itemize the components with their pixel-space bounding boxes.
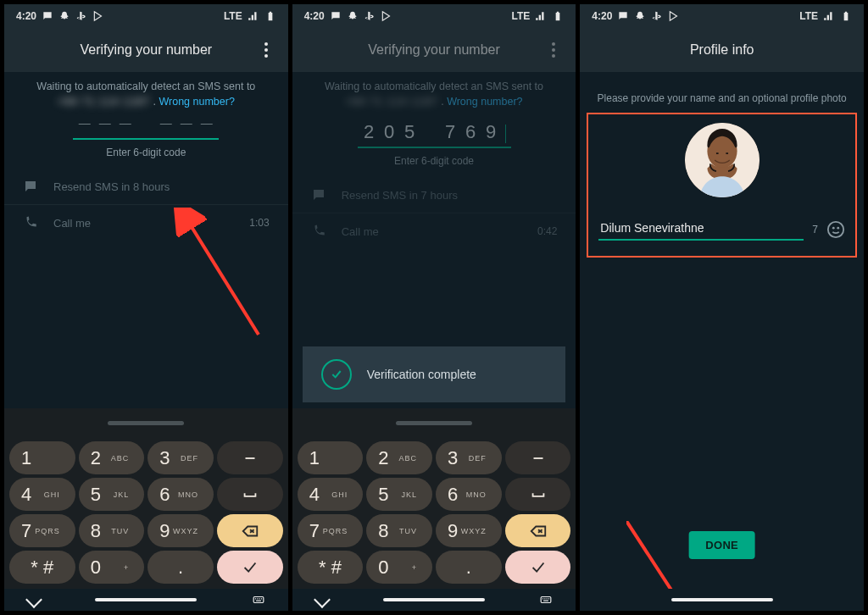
nav-keyboard-icon[interactable] [540, 594, 552, 606]
phone-screen-verify-complete: 4:20 LTE Verifying your number Waiting t… [292, 4, 576, 611]
key-6[interactable]: 6MNO [147, 478, 214, 511]
done-button[interactable]: DONE [688, 531, 755, 559]
svg-rect-5 [255, 598, 256, 599]
verification-complete-toast: Verification complete [303, 346, 566, 402]
call-me-row[interactable]: Call me 0:42 [292, 213, 576, 249]
svg-rect-22 [726, 152, 728, 154]
screen-title: Verifying your number [81, 42, 213, 58]
network-label: LTE [799, 10, 818, 22]
app-header: Profile info [580, 28, 864, 72]
key-back[interactable] [505, 514, 571, 547]
overflow-menu-button[interactable] [538, 28, 569, 72]
app-header: Verifying your number [292, 28, 576, 72]
app-header: Verifying your number [4, 28, 288, 72]
svg-rect-6 [257, 598, 258, 599]
key-0[interactable]: 0+ [366, 551, 432, 584]
screen-title: Profile info [690, 42, 754, 58]
otp-input[interactable]: — — — — — — [4, 121, 288, 140]
android-navbar [292, 589, 576, 611]
key-1[interactable]: 1 [9, 441, 75, 474]
key-0[interactable]: 0+ [79, 551, 145, 584]
network-label: LTE [512, 10, 531, 22]
svg-rect-16 [547, 598, 548, 599]
key-5[interactable]: 5JKL [366, 478, 432, 511]
masked-phone-number: +94 71 114 1187 [58, 94, 150, 109]
key-dash[interactable] [505, 441, 571, 474]
key-4[interactable]: 4GHI [298, 478, 364, 511]
phone-screen-verify-empty: 4:20 LTE Verifying your number Waiting t… [4, 4, 288, 611]
screen-title: Verifying your number [368, 42, 500, 58]
numeric-keypad: 12ABC3DEF4GHI5JKL6MNO7PQRS8TUV9WXYZ* #0+… [4, 408, 288, 589]
key-8[interactable]: 8TUV [79, 514, 145, 547]
key-9[interactable]: 9WXYZ [436, 514, 502, 547]
key-5[interactable]: 5JKL [79, 478, 145, 511]
key-ok[interactable] [505, 551, 571, 584]
profile-subtitle: Please provide your name and an optional… [580, 72, 864, 104]
network-label: LTE [224, 10, 242, 22]
clock: 4:20 [592, 10, 612, 22]
sms-icon [23, 179, 38, 194]
signal-icon [823, 10, 835, 22]
wrong-number-link[interactable]: Wrong number? [447, 96, 522, 108]
nav-keyboard-icon[interactable] [253, 594, 264, 606]
keyboard-handle[interactable] [396, 421, 472, 425]
messages-icon [617, 10, 629, 22]
key-sym[interactable]: * # [298, 551, 364, 584]
key-4[interactable]: 4GHI [9, 478, 75, 511]
key-back[interactable] [217, 514, 283, 547]
key-sym[interactable]: * # [9, 551, 75, 584]
key-7[interactable]: 7PQRS [298, 514, 364, 547]
key-dash[interactable] [217, 441, 283, 474]
key-2[interactable]: 2ABC [366, 441, 432, 474]
key-6[interactable]: 6MNO [436, 478, 502, 511]
phone-screen-profile-info: 4:20 LTE Profile info Please provide you… [580, 4, 864, 611]
key-sym[interactable]: . [436, 551, 502, 584]
key-3[interactable]: 3DEF [436, 441, 502, 474]
svg-point-23 [828, 221, 843, 236]
nav-back[interactable] [314, 591, 331, 608]
overflow-menu-button[interactable] [251, 28, 281, 72]
nav-home-pill[interactable] [383, 598, 485, 601]
playstation-icon [651, 10, 663, 22]
playstore-icon [92, 10, 104, 22]
key-ok[interactable] [217, 551, 283, 584]
key-8[interactable]: 8TUV [366, 514, 432, 547]
wrong-number-link[interactable]: Wrong number? [159, 96, 234, 108]
profile-name-input[interactable] [598, 218, 804, 241]
phone-icon [23, 215, 38, 230]
key-2[interactable]: 2ABC [79, 441, 145, 474]
playstore-icon [668, 10, 680, 22]
masked-phone-number: +94 71 114 1187 [345, 94, 437, 109]
key-7[interactable]: 7PQRS [9, 514, 75, 547]
nav-back[interactable] [25, 591, 42, 608]
resend-sms-row[interactable]: Resend SMS in 7 hours [292, 177, 576, 213]
resend-sms-row[interactable]: Resend SMS in 8 hours [4, 169, 288, 205]
key-sym[interactable]: . [147, 551, 214, 584]
nav-home-pill[interactable] [671, 598, 773, 601]
key-9[interactable]: 9WXYZ [147, 514, 214, 547]
otp-input[interactable]: 2 0 5 7 6 9 [292, 121, 576, 148]
annotation-highlight-box: 7 [587, 113, 857, 258]
snapchat-icon [634, 10, 646, 22]
svg-rect-15 [545, 598, 546, 599]
messages-icon [330, 10, 342, 22]
key-space[interactable] [217, 478, 283, 511]
nav-home-pill[interactable] [95, 598, 197, 601]
profile-photo[interactable] [685, 123, 760, 197]
clock: 4:20 [16, 10, 36, 22]
svg-rect-9 [256, 601, 261, 601]
svg-rect-21 [716, 152, 719, 154]
svg-rect-14 [542, 598, 543, 599]
snapchat-icon [347, 10, 359, 22]
svg-line-26 [626, 521, 693, 589]
check-icon [321, 359, 352, 390]
emoji-picker-button[interactable] [826, 220, 845, 239]
keyboard-handle[interactable] [108, 421, 184, 425]
signal-icon [535, 10, 547, 22]
key-1[interactable]: 1 [298, 441, 364, 474]
key-3[interactable]: 3DEF [147, 441, 214, 474]
call-me-row[interactable]: Call me 1:03 [4, 205, 288, 241]
key-space[interactable] [505, 478, 571, 511]
svg-rect-17 [548, 598, 549, 599]
phone-icon [311, 224, 326, 239]
